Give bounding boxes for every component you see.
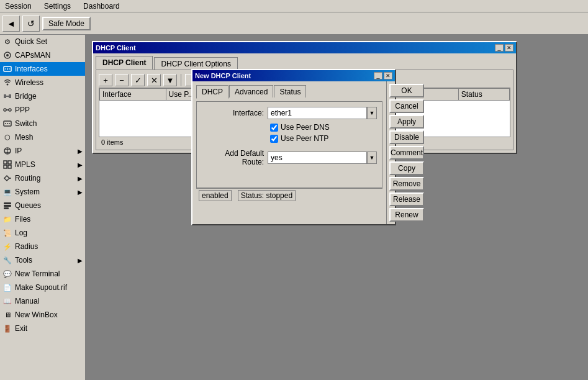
close-button[interactable]: ✕ [505,44,513,52]
dialog-minimize-button[interactable]: _ [374,72,382,79]
filter-button[interactable]: ▼ [163,74,177,86]
dialog-renew-button[interactable]: Renew [389,208,424,222]
sidebar-item-manual[interactable]: 📖 Manual [0,294,85,308]
sidebar-item-new-winbox[interactable]: 🖥 New WinBox [0,308,85,322]
sidebar-item-radius[interactable]: ⚡ Radius [0,240,85,253]
new-winbox-icon: 🖥 [2,310,12,320]
sidebar-item-ppp[interactable]: PPP [0,103,85,117]
cancel-button[interactable]: Cancel [389,99,424,113]
dialog-release-button[interactable]: Release [389,192,424,206]
quick-set-icon: ⚙ [2,37,12,47]
menu-session[interactable]: Session [2,2,34,11]
sidebar-item-queues[interactable]: Queues [0,199,85,212]
sidebar-label-ppp: PPP [15,106,83,114]
sidebar-item-ip[interactable]: IP ▶ [0,144,85,158]
apply-button[interactable]: Apply [389,115,424,129]
exit-icon: 🚪 [2,323,12,333]
interface-dropdown-button[interactable]: ▼ [367,107,377,119]
sidebar-item-tools[interactable]: 🔧 Tools ▶ [0,253,85,267]
add-default-route-input[interactable] [268,152,367,164]
new-dhcp-title-bar: New DHCP Client _ ✕ [192,70,395,81]
menu-settings[interactable]: Settings [42,2,73,11]
tab-dhcp-client[interactable]: DHCP Client [96,56,153,70]
menu-dashboard[interactable]: Dashboard [81,2,122,11]
tab-status[interactable]: Status [274,85,306,97]
col-status: Status [458,89,509,101]
tools-arrow: ▶ [78,257,83,264]
sidebar-label-exit: Exit [15,324,83,333]
sidebar-label-quick-set: Quick Set [15,37,83,46]
ip-icon [2,146,12,156]
sidebar-item-routing[interactable]: Routing ▶ [0,171,85,185]
enable-button[interactable]: ✓ [131,74,145,86]
dialog-status-bar: enabled Status: stopped [196,188,382,202]
use-peer-ntp-label: Use Peer NTP [281,134,328,143]
svg-point-1 [6,54,9,57]
sidebar-item-capsman[interactable]: CAPsMAN [0,48,85,62]
window-controls: _ ✕ [495,44,513,52]
sidebar-item-files[interactable]: 📁 Files [0,212,85,226]
add-button[interactable]: + [99,74,112,86]
refresh-button[interactable]: ↺ [22,16,40,32]
use-peer-dns-label: Use Peer DNS [281,123,330,132]
dialog-body: DHCP Advanced Status Interface: ▼ [192,81,395,224]
add-default-route-dropdown-button[interactable]: ▼ [367,152,377,164]
sidebar-item-mpls[interactable]: MPLS ▶ [0,158,85,171]
tab-dhcp[interactable]: DHCP [196,85,228,99]
remove-icon: − [119,76,124,85]
svg-point-11 [9,109,11,111]
queues-icon [2,201,12,210]
back-button[interactable]: ◄ [2,16,20,32]
mesh-icon: ⬡ [2,132,12,142]
tab-dhcp-client-options[interactable]: DHCP Client Options [154,57,238,70]
sidebar-item-make-supout[interactable]: 📄 Make Supout.rif [0,281,85,294]
files-icon: 📁 [2,214,12,224]
interface-input[interactable] [268,107,367,119]
refresh-icon: ↺ [27,19,35,29]
safe-mode-button[interactable]: Safe Mode [42,17,91,30]
sidebar-item-wireless[interactable]: Wireless [0,76,85,89]
disable-icon: ✕ [151,76,158,85]
sidebar-item-switch[interactable]: Switch [0,117,85,130]
use-peer-dns-checkbox[interactable] [270,124,278,132]
sidebar: ⚙ Quick Set CAPsMAN Interfaces Wireless [0,35,86,380]
toolbar-separator [181,74,181,86]
tab-advanced[interactable]: Advanced [229,85,273,97]
sidebar-item-log[interactable]: 📜 Log [0,226,85,240]
dialog-close-button[interactable]: ✕ [384,72,392,79]
radius-icon: ⚡ [2,242,12,251]
sidebar-item-exit[interactable]: 🚪 Exit [0,322,85,335]
sidebar-item-system[interactable]: 💻 System ▶ [0,185,85,199]
add-icon: + [103,76,108,85]
copy-button[interactable]: Copy [389,161,424,175]
sidebar-item-interfaces[interactable]: Interfaces [0,62,85,76]
col-interface: Interface [100,89,166,101]
sidebar-item-bridge[interactable]: Bridge [0,89,85,103]
dialog-disable-button[interactable]: Disable [389,130,424,144]
sidebar-label-capsman: CAPsMAN [15,51,83,60]
ok-button[interactable]: OK [389,84,424,97]
svg-point-15 [7,123,8,124]
sidebar-label-wireless: Wireless [15,78,83,87]
dialog-remove-button[interactable]: Remove [389,177,424,191]
sidebar-label-mpls: MPLS [15,160,75,169]
use-peer-dns-row: Use Peer DNS [270,123,377,132]
minimize-button[interactable]: _ [495,44,504,52]
switch-icon [2,119,12,129]
remove-button[interactable]: − [115,74,129,86]
sidebar-label-tools: Tools [15,256,75,265]
comment-button[interactable]: Comment [389,146,424,160]
dialog-tab-content: Interface: ▼ Use Peer DNS [196,101,382,188]
use-peer-ntp-checkbox[interactable] [270,135,278,143]
main-layout: ⚙ Quick Set CAPsMAN Interfaces Wireless [0,35,588,380]
system-arrow: ▶ [78,189,83,196]
sidebar-label-new-terminal: New Terminal [15,269,83,278]
sidebar-item-mesh[interactable]: ⬡ Mesh [0,130,85,144]
sidebar-label-ip: IP [15,147,75,155]
add-default-route-select-wrapper: ▼ [268,152,377,164]
disable-button[interactable]: ✕ [147,74,161,86]
add-default-route-label: Add Default Route: [202,149,264,166]
sidebar-item-quick-set[interactable]: ⚙ Quick Set [0,35,85,48]
svg-point-10 [4,109,6,111]
sidebar-item-new-terminal[interactable]: 💬 New Terminal [0,267,85,281]
